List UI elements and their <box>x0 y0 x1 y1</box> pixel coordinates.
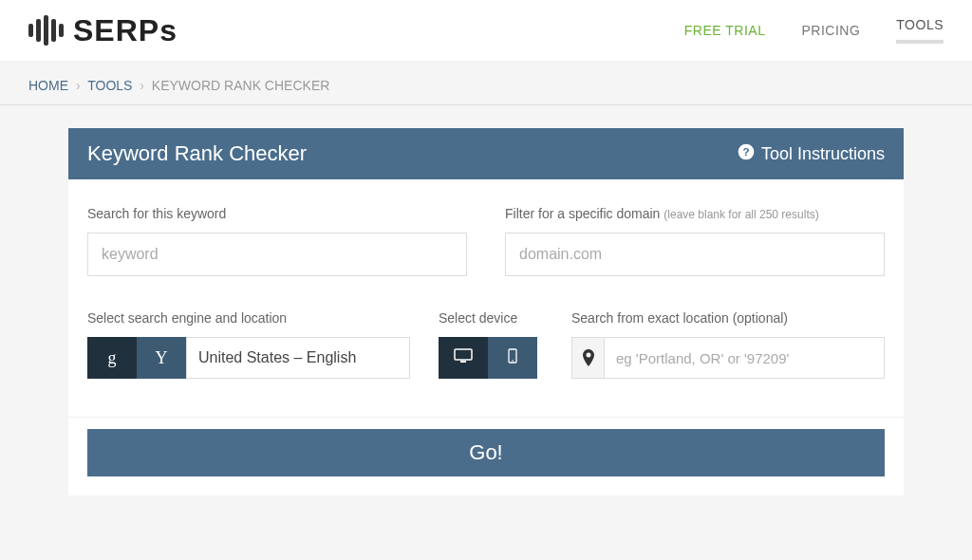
svg-text:?: ? <box>742 145 749 158</box>
mobile-button[interactable] <box>488 337 537 379</box>
location-select[interactable]: United States – English <box>186 337 410 379</box>
card-title: Keyword Rank Checker <box>87 141 307 166</box>
go-wrap: Go! <box>68 417 904 495</box>
engine-field: Select search engine and location g Y Un… <box>87 310 410 379</box>
exact-location-input[interactable] <box>604 337 885 379</box>
card-body: Search for this keyword Filter for a spe… <box>68 179 904 417</box>
svg-rect-2 <box>455 349 472 360</box>
tool-instructions-link[interactable]: ? Tool Instructions <box>737 142 885 166</box>
nav-tools[interactable]: TOOLS <box>896 17 944 44</box>
breadcrumb-current: KEYWORD RANK CHECKER <box>152 78 329 93</box>
domain-field: Filter for a specific domain (leave blan… <box>505 206 885 276</box>
exact-location-field: Search from exact location (optional) <box>571 310 885 379</box>
exact-location-label: Search from exact location (optional) <box>571 310 885 326</box>
google-button[interactable]: g <box>87 337 137 379</box>
keyword-label: Search for this keyword <box>87 206 467 221</box>
google-icon: g <box>108 348 117 368</box>
logo[interactable]: SERPs <box>28 13 178 48</box>
domain-input[interactable] <box>505 233 885 276</box>
nav-free-trial[interactable]: FREE TRIAL <box>684 23 766 38</box>
breadcrumb-sep: › <box>76 78 81 93</box>
logo-icon <box>28 15 64 46</box>
domain-label: Filter for a specific domain (leave blan… <box>505 206 885 221</box>
breadcrumb-home[interactable]: HOME <box>28 78 68 93</box>
device-label: Select device <box>439 310 543 326</box>
yahoo-button[interactable]: Y <box>137 337 186 379</box>
instructions-label: Tool Instructions <box>761 144 885 164</box>
nav-pricing[interactable]: PRICING <box>801 23 860 38</box>
svg-point-5 <box>512 360 514 362</box>
desktop-icon <box>454 348 473 368</box>
yahoo-icon: Y <box>156 348 168 368</box>
help-icon: ? <box>737 142 756 166</box>
desktop-button[interactable] <box>439 337 488 379</box>
breadcrumb-tools[interactable]: TOOLS <box>87 78 132 93</box>
nav: FREE TRIAL PRICING TOOLS <box>684 17 944 44</box>
map-marker-icon <box>571 337 604 379</box>
header: SERPs FREE TRIAL PRICING TOOLS <box>0 0 972 61</box>
keyword-field: Search for this keyword <box>87 206 467 276</box>
mobile-icon <box>508 348 517 368</box>
keyword-input[interactable] <box>87 233 467 276</box>
tool-card: Keyword Rank Checker ? Tool Instructions… <box>68 128 904 495</box>
device-field: Select device <box>439 310 543 379</box>
card-header: Keyword Rank Checker ? Tool Instructions <box>68 128 904 179</box>
go-button[interactable]: Go! <box>87 429 885 476</box>
domain-hint: (leave blank for all 250 results) <box>664 208 818 221</box>
engine-label: Select search engine and location <box>87 310 410 326</box>
svg-rect-3 <box>460 361 466 363</box>
breadcrumb: HOME › TOOLS › KEYWORD RANK CHECKER <box>0 61 972 105</box>
breadcrumb-sep: › <box>140 78 144 93</box>
logo-text: SERPs <box>73 13 178 48</box>
